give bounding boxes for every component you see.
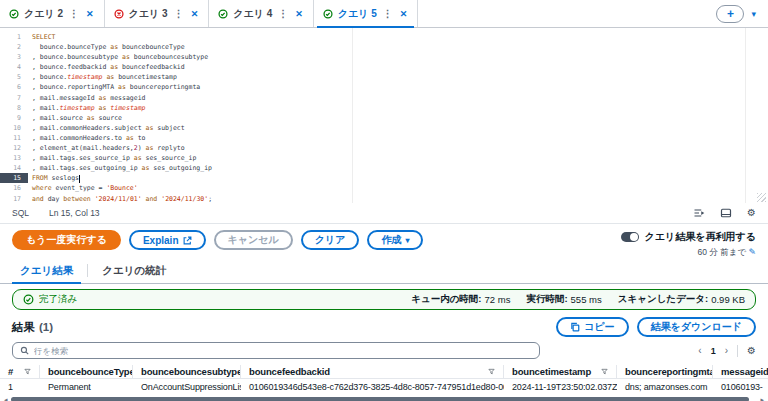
column-header[interactable]: # — [0, 365, 40, 378]
clear-button[interactable]: クリア — [301, 230, 360, 250]
tab-close-icon[interactable]: ✕ — [190, 9, 200, 19]
editor-line[interactable]: 1SELECT — [0, 32, 768, 42]
query-tab-label: クエリ 5 — [338, 7, 377, 21]
table-body: 1PermanentOnAccountSuppressionList010601… — [0, 379, 768, 394]
code-text: bounce.bounceType as bouncebounceType — [28, 42, 185, 52]
column-header-label: # — [8, 366, 13, 377]
editor-right-gutter-line — [745, 28, 746, 203]
editor-settings-gear-icon[interactable]: ⚙ — [747, 208, 756, 218]
editor-line[interactable]: 14, mail.tags.ses_outgoing_ip as ses_out… — [0, 163, 768, 173]
editor-resize-handle[interactable] — [757, 193, 766, 202]
column-header[interactable]: bouncefeedbackid — [241, 365, 504, 378]
scanned-data-label: スキャンしたデータ: — [618, 293, 708, 306]
format-code-icon[interactable] — [693, 207, 705, 219]
run-again-button[interactable]: もう一度実行する — [12, 230, 121, 250]
column-header-label: bouncereportingmta — [625, 366, 713, 377]
reuse-results-toggle[interactable] — [621, 232, 639, 242]
column-header[interactable]: bouncereportingmta — [617, 365, 713, 378]
create-button[interactable]: 作成 ▾ — [367, 230, 423, 250]
query-tab-label: クエリ 2 — [24, 7, 63, 21]
tab-query-results[interactable]: クエリ結果 — [6, 258, 87, 283]
row-search-box[interactable] — [12, 342, 540, 359]
code-text: , mail.timestamp as timestamp — [28, 103, 146, 113]
code-text: FROM seslogs — [28, 173, 80, 183]
line-number: 16 — [0, 183, 28, 193]
editor-line[interactable]: 15FROM seslogs — [0, 173, 768, 183]
horizontal-scrollbar[interactable]: ◂ ▸ — [4, 396, 764, 401]
tab-menu-kebab-icon[interactable]: ⋮ — [173, 8, 185, 19]
tab-list-dropdown-icon[interactable]: ▾ — [751, 9, 756, 19]
editor-line[interactable]: 6, bounce.reportingMTA as bouncereportin… — [0, 82, 768, 92]
editor-line[interactable]: 11, mail.commonHeaders.to as to — [0, 133, 768, 143]
table-row[interactable]: 1PermanentOnAccountSuppressionList010601… — [0, 379, 768, 394]
row-search-input[interactable] — [34, 346, 532, 356]
editor-line[interactable]: 12, element_at(mail.headers,2) as replyt… — [0, 143, 768, 153]
text-cursor — [79, 175, 80, 183]
success-status-icon — [323, 5, 333, 23]
status-label: 完了済み — [39, 293, 77, 306]
tab-close-icon[interactable]: ✕ — [399, 9, 409, 19]
editor-line[interactable]: 9, mail.source as source — [0, 113, 768, 123]
column-header[interactable]: bouncetimestamp — [504, 365, 617, 378]
current-page-number[interactable]: 1 — [711, 346, 716, 356]
column-header[interactable]: messageid — [713, 365, 768, 378]
scroll-left-icon[interactable]: ◂ — [4, 396, 8, 401]
sql-editor[interactable]: 1SELECT2 bounce.bounceType as bounceboun… — [0, 28, 768, 203]
prev-page-icon[interactable]: ‹ — [698, 345, 701, 356]
table-settings-gear-icon[interactable]: ⚙ — [747, 346, 756, 356]
scanned-data-value: 0.99 KB — [711, 294, 745, 305]
column-header-label: bouncetimestamp — [512, 366, 591, 377]
edit-duration-pencil-icon[interactable]: ✎ — [748, 247, 756, 257]
editor-line[interactable]: 7, mail.messageId as messageid — [0, 93, 768, 103]
editor-line[interactable]: 17and day between '2024/11/01' and '2024… — [0, 194, 768, 204]
editor-line[interactable]: 4, bounce.feedbackid as bouncefeedbackid — [0, 62, 768, 72]
new-query-tab-button[interactable]: + — [716, 5, 744, 23]
column-filter-icon[interactable] — [601, 366, 608, 377]
column-header[interactable]: bouncebounceType — [40, 365, 133, 378]
code-text: , bounce.bouncesubtype as bouncebouncesu… — [28, 52, 208, 62]
editor-line[interactable]: 10, mail.commonHeaders.subject as subjec… — [0, 123, 768, 133]
column-header-label: messageid — [721, 366, 768, 377]
search-icon — [20, 346, 29, 355]
code-text: , mail.messageId as messageid — [28, 93, 146, 103]
pager-divider — [737, 345, 738, 357]
query-tab[interactable]: クエリ 2⋮✕ — [0, 0, 105, 27]
table-header-row: #bouncebounceTypebouncebouncesubtypeboun… — [0, 365, 768, 379]
line-number: 7 — [0, 93, 28, 103]
query-tab[interactable]: クエリ 3⋮✕ — [105, 0, 210, 27]
tab-menu-kebab-icon[interactable]: ⋮ — [68, 8, 80, 19]
editor-line[interactable]: 3, bounce.bouncesubtype as bouncebounces… — [0, 52, 768, 62]
column-header[interactable]: bouncebouncesubtype — [133, 365, 241, 378]
editor-line[interactable]: 8, mail.timestamp as timestamp — [0, 103, 768, 113]
next-page-icon[interactable]: › — [725, 345, 728, 356]
scroll-right-icon[interactable]: ▸ — [760, 396, 764, 401]
editor-line[interactable]: 16where event_type = 'Bounce' — [0, 183, 768, 193]
queue-time-label: キュー内の時間: — [411, 293, 481, 306]
code-text: , bounce.reportingMTA as bouncereporting… — [28, 82, 200, 92]
tab-menu-kebab-icon[interactable]: ⋮ — [382, 8, 394, 19]
table-cell: 01060193- — [713, 382, 768, 392]
copy-results-button[interactable]: コピー — [556, 317, 628, 337]
column-filter-icon[interactable] — [24, 366, 31, 377]
query-tab[interactable]: クエリ 5⋮✕ — [314, 0, 419, 27]
download-results-button[interactable]: 結果をダウンロード — [637, 317, 756, 337]
editor-line[interactable]: 5, bounce.timestamp as bouncetimestamp — [0, 72, 768, 82]
code-text: , mail.tags.ses_source_ip as ses_source_… — [28, 153, 196, 163]
run-time-value: 555 ms — [571, 294, 602, 305]
scrollbar-thumb[interactable] — [11, 397, 750, 401]
editor-line[interactable]: 13, mail.tags.ses_source_ip as ses_sourc… — [0, 153, 768, 163]
table-cell: 1 — [0, 382, 40, 392]
keyboard-shortcuts-icon[interactable] — [720, 207, 732, 219]
query-tab[interactable]: クエリ 4⋮✕ — [209, 0, 314, 27]
tab-query-stats[interactable]: クエリの統計 — [88, 258, 180, 283]
editor-line[interactable]: 2 bounce.bounceType as bouncebounceType — [0, 42, 768, 52]
results-table: #bouncebounceTypebouncebouncesubtypeboun… — [0, 365, 768, 401]
tab-close-icon[interactable]: ✕ — [85, 9, 95, 19]
tab-close-icon[interactable]: ✕ — [294, 9, 304, 19]
reuse-duration-label: 60 分 前まで — [698, 247, 747, 257]
column-filter-icon[interactable] — [488, 366, 495, 377]
tab-bar-controls: + ▾ — [704, 0, 768, 27]
caret-down-icon: ▾ — [405, 236, 409, 245]
explain-button[interactable]: Explain — [129, 230, 206, 250]
tab-menu-kebab-icon[interactable]: ⋮ — [277, 8, 289, 19]
